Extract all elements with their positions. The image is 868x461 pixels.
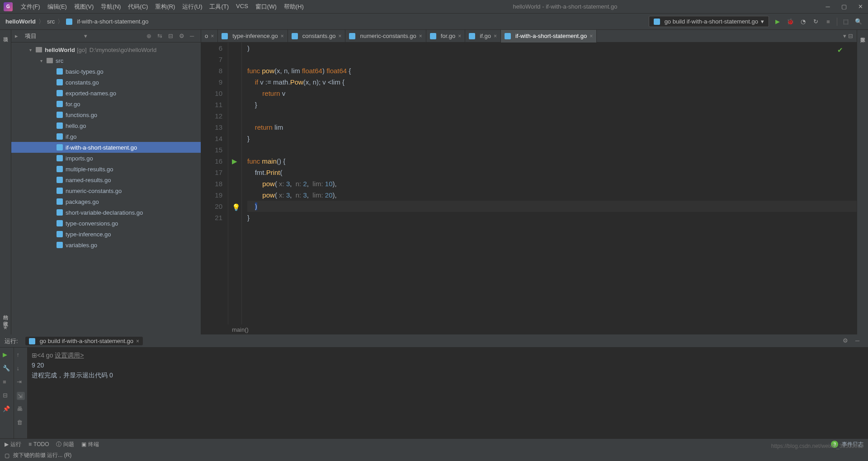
tree-file[interactable]: type-conversions.go xyxy=(11,218,201,229)
wrench-icon[interactable]: 🔧 xyxy=(3,365,11,373)
menu-item[interactable]: 编辑(E) xyxy=(45,2,70,12)
tree-root[interactable]: ▾ helloWorld [go] D:\mynotes\go\helloWor… xyxy=(11,44,201,55)
menu-item[interactable]: 视图(V) xyxy=(71,2,96,12)
close-icon[interactable]: × xyxy=(590,33,593,39)
tree-file[interactable]: multiple-results.go xyxy=(11,164,201,174)
window-icon[interactable]: ▢ xyxy=(5,452,9,459)
tree-file[interactable]: imports.go xyxy=(11,153,201,164)
profile-button[interactable]: ↻ xyxy=(811,18,820,26)
close-icon[interactable]: × xyxy=(211,33,214,39)
menu-item[interactable]: 文件(F) xyxy=(18,2,43,12)
tree-file[interactable]: short-variable-declarations.go xyxy=(11,207,201,218)
editor-tab[interactable]: type-inference.go× xyxy=(218,30,288,42)
tree-file[interactable]: packages.go xyxy=(11,196,201,207)
run-config-selector[interactable]: go build if-with-a-short-statement.go ▾ xyxy=(649,16,769,27)
gear-icon[interactable]: ⚙ xyxy=(843,337,851,345)
file-label: named-results.go xyxy=(66,177,111,183)
menu-item[interactable]: 帮助(H) xyxy=(281,2,307,12)
close-icon[interactable]: × xyxy=(281,33,284,39)
problems-tool-button[interactable]: ⓘ 问题 xyxy=(56,441,74,448)
tree-file[interactable]: variables.go xyxy=(11,240,201,250)
run-tool-button[interactable]: ▶ 运行 xyxy=(5,441,21,448)
file-tree[interactable]: ▾ helloWorld [go] D:\mynotes\go\helloWor… xyxy=(11,42,201,334)
breadcrumb-folder[interactable]: src xyxy=(47,18,55,25)
settings-icon[interactable]: ⚙ xyxy=(179,33,186,40)
tree-folder-src[interactable]: ▾ src xyxy=(11,55,201,66)
update-button[interactable]: ⬚ xyxy=(842,18,850,26)
menu-item[interactable]: 工具(T) xyxy=(207,2,231,12)
todo-tool-button[interactable]: ≡ TODO xyxy=(28,441,49,447)
menu-item[interactable]: 导航(N) xyxy=(98,2,123,12)
menu-item[interactable]: 重构(R) xyxy=(152,2,178,12)
go-file-icon xyxy=(57,122,63,129)
tree-file[interactable]: if.go xyxy=(11,131,201,142)
maximize-button[interactable]: ▢ xyxy=(840,3,848,11)
editor-tab[interactable]: constants.go× xyxy=(288,30,346,42)
tree-file[interactable]: exported-names.go xyxy=(11,88,201,99)
chevron-down-icon[interactable]: ▾ xyxy=(84,33,87,39)
bulb-icon[interactable]: 💡 xyxy=(232,202,241,213)
print-icon[interactable]: 🖶 xyxy=(17,405,25,414)
coverage-button[interactable]: ◔ xyxy=(799,18,807,26)
debug-button[interactable]: 🐞 xyxy=(786,18,794,26)
close-icon[interactable]: × xyxy=(494,33,497,39)
editor-tab[interactable]: numeric-constants.go× xyxy=(345,30,426,42)
editor-tab[interactable]: for.go× xyxy=(426,30,466,42)
tree-file[interactable]: constants.go xyxy=(11,77,201,88)
tree-file[interactable]: named-results.go xyxy=(11,174,201,185)
hide-icon[interactable]: ─ xyxy=(190,33,197,40)
run-gutter-icon[interactable]: ▶ xyxy=(232,155,237,167)
console-output[interactable]: ⊞<4 go 设置调用> 9 20 进程完成，并显示退出代码 0 xyxy=(27,348,868,438)
up-icon[interactable]: ↑ xyxy=(17,351,25,359)
trash-icon[interactable]: 🗑 xyxy=(17,419,25,427)
expand-icon[interactable]: ⊟ xyxy=(168,33,175,40)
close-icon[interactable]: × xyxy=(338,33,341,39)
tree-file[interactable]: basic-types.go xyxy=(11,66,201,77)
code-area[interactable]: ) func pow(x, n, lim float64) float64 { … xyxy=(242,42,857,325)
target-icon[interactable]: ⊕ xyxy=(146,33,154,40)
scroll-icon[interactable]: ⇲ xyxy=(17,392,25,400)
file-label: basic-types.go xyxy=(66,68,104,75)
file-label: short-variable-declarations.go xyxy=(66,209,143,216)
tree-file[interactable]: hello.go xyxy=(11,120,201,131)
tree-file[interactable]: numeric-constants.go xyxy=(11,185,201,196)
code-breadcrumb[interactable]: main() xyxy=(201,325,857,334)
down-icon[interactable]: ↓ xyxy=(17,365,25,373)
collapse-icon[interactable]: ⇆ xyxy=(157,33,165,40)
pin-icon[interactable]: 📌 xyxy=(3,405,11,414)
tabs-more-button[interactable]: ▾ ⊟ xyxy=(840,33,857,39)
minimize-icon[interactable]: ─ xyxy=(855,337,863,345)
editor-tab[interactable]: if-with-a-short-statement.go× xyxy=(501,30,597,42)
stop-button[interactable]: ■ xyxy=(3,378,11,386)
menu-item[interactable]: VCS xyxy=(233,2,251,12)
tree-file[interactable]: if-with-a-short-statement.go xyxy=(11,142,201,153)
file-label: exported-names.go xyxy=(66,90,116,97)
menu-item[interactable]: 运行(U) xyxy=(179,2,205,12)
close-button[interactable]: ✕ xyxy=(856,3,864,11)
run-panel-tab[interactable]: go build if-with-a-short-statement.go × xyxy=(25,337,143,345)
editor-tab[interactable]: if.go× xyxy=(465,30,501,42)
stop-button[interactable]: ■ xyxy=(824,18,832,26)
tree-file[interactable]: functions.go xyxy=(11,109,201,120)
panel-actions: ⊕ ⇆ ⊟ ⚙ ─ xyxy=(146,33,197,40)
star-icon[interactable]: ★ xyxy=(2,324,9,331)
terminal-tool-button[interactable]: ▣ 终端 xyxy=(81,441,99,448)
editor-content[interactable]: ✔ 6789101112131415161718192021 ▶ 💡 ) fun… xyxy=(201,42,857,325)
minimize-button[interactable]: ─ xyxy=(824,3,832,11)
breadcrumb-file[interactable]: if-with-a-short-statement.go xyxy=(77,18,148,25)
tree-file[interactable]: for.go xyxy=(11,99,201,109)
menu-item[interactable]: 代码(C) xyxy=(125,2,151,12)
run-button[interactable]: ▶ xyxy=(774,18,782,26)
check-icon[interactable]: ✔ xyxy=(837,44,843,56)
close-icon[interactable]: × xyxy=(458,33,461,39)
wrap-icon[interactable]: ⇥ xyxy=(17,378,25,386)
breadcrumb-project[interactable]: helloWorld xyxy=(5,18,36,25)
menu-item[interactable]: 窗口(W) xyxy=(253,2,279,12)
search-button[interactable]: 🔍 xyxy=(854,18,863,26)
close-icon[interactable]: × xyxy=(136,338,139,344)
editor-tab[interactable]: o× xyxy=(201,30,218,42)
layout-icon[interactable]: ⊟ xyxy=(3,392,11,400)
close-icon[interactable]: × xyxy=(419,33,422,39)
rerun-button[interactable]: ▶ xyxy=(3,351,11,359)
tree-file[interactable]: type-inference.go xyxy=(11,229,201,240)
